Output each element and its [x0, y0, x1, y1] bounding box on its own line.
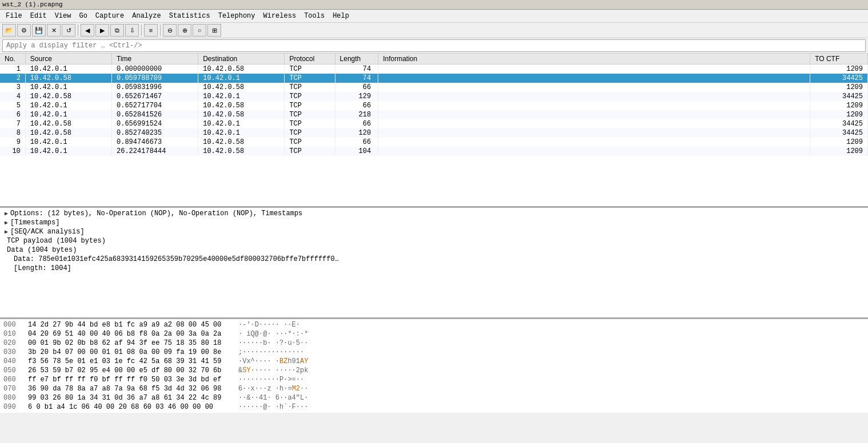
hex-ascii-highlight: M2: [292, 385, 300, 393]
toolbar-zoom-in[interactable]: ⊕: [178, 24, 191, 37]
menu-analyze[interactable]: Analyze: [129, 11, 164, 21]
toolbar-reload[interactable]: ↺: [62, 24, 75, 37]
hex-row[interactable]: 020 00 01 9b 02 0b b8 62 af 94 3f ee 75 …: [2, 339, 866, 348]
cell-info: [378, 119, 810, 128]
packet-list-container[interactable]: No. Source Time Destination Protocol Len…: [0, 54, 868, 208]
toolbar-go-packet[interactable]: ⧉: [110, 24, 124, 37]
filter-input[interactable]: [2, 39, 866, 52]
hex-row[interactable]: 030 3b 20 b4 07 00 00 01 01 08 0a 00 09 …: [2, 348, 866, 357]
cell-proto: TCP: [285, 83, 335, 92]
expand-arrow[interactable]: ▶: [5, 219, 8, 226]
window-title: wst_2 (1).pcapng: [2, 1, 63, 8]
title-bar: wst_2 (1).pcapng: [0, 0, 868, 10]
col-information[interactable]: Information: [378, 54, 810, 65]
cell-dest: 10.42.0.58: [198, 147, 285, 156]
toolbar: 📂 ⚙ 💾 ✕ ↺ ◀ ▶ ⧉ ⇩ ≡ ⊖ ⊕ ○ ⊞: [0, 23, 868, 38]
col-time[interactable]: Time: [112, 54, 198, 65]
detail-item[interactable]: ▶[SEQ/ACK analysis]: [2, 227, 866, 236]
table-row[interactable]: 3 10.42.0.1 0.059831996 10.42.0.58 TCP 6…: [0, 83, 868, 92]
col-protocol[interactable]: Protocol: [285, 54, 335, 65]
hex-panel[interactable]: 000 14 2d 27 9b 44 bd e8 b1 fc a9 a9 a2 …: [0, 319, 868, 413]
table-row[interactable]: 5 10.42.0.1 0.652717704 10.42.0.58 TCP 6…: [0, 101, 868, 110]
menu-edit[interactable]: Edit: [27, 11, 50, 21]
hex-row[interactable]: 050 26 53 59 b7 02 95 e4 00 00 e5 df 80 …: [2, 366, 866, 375]
hex-row[interactable]: 040 f3 56 78 5e 01 e1 03 1e fc 42 5a 68 …: [2, 357, 866, 366]
hex-row[interactable]: 070 36 90 da 78 8a a7 a8 7a 9a 68 f5 3d …: [2, 384, 866, 393]
col-destination[interactable]: Destination: [198, 54, 285, 65]
menu-statistics[interactable]: Statistics: [166, 11, 214, 21]
toolbar-zoom-fit[interactable]: ⊞: [207, 24, 221, 37]
detail-item[interactable]: ▶Options: (12 bytes), No-Operation (NOP)…: [2, 209, 866, 218]
table-row[interactable]: 2 10.42.0.58 0.059788709 10.42.0.1 TCP 7…: [0, 74, 868, 83]
cell-toctf: 1209: [810, 65, 868, 74]
cell-time: 0.059831996: [112, 83, 198, 92]
expand-arrow[interactable]: ▶: [5, 210, 8, 217]
table-row[interactable]: 1 10.42.0.1 0.000000000 10.42.0.58 TCP 7…: [0, 65, 868, 74]
toolbar-back[interactable]: ◀: [81, 24, 94, 37]
hex-bytes: 99 03 26 80 1a 34 31 0d 36 a7 a8 61 34 2…: [28, 394, 234, 402]
table-row[interactable]: 6 10.42.0.1 0.652841526 10.42.0.58 TCP 2…: [0, 110, 868, 119]
hex-offset: 020: [3, 339, 23, 347]
hex-offset: 050: [3, 367, 23, 374]
cell-time: 0.059788709: [112, 74, 198, 83]
hex-row[interactable]: 060 ff e7 bf ff ff f0 bf ff ff f0 50 03 …: [2, 375, 866, 384]
cell-time: 0.652717704: [112, 101, 198, 110]
detail-item[interactable]: Data (1004 bytes): [2, 245, 866, 255]
table-row[interactable]: 7 10.42.0.58 0.656991524 10.42.0.1 TCP 6…: [0, 119, 868, 128]
expand-arrow[interactable]: ▶: [5, 228, 8, 235]
cell-proto: TCP: [285, 119, 335, 128]
cell-dest: 10.42.0.1: [198, 74, 285, 83]
detail-panel[interactable]: ▶Options: (12 bytes), No-Operation (NOP)…: [0, 208, 868, 319]
toolbar-save[interactable]: 💾: [32, 24, 46, 37]
menu-capture[interactable]: Capture: [92, 11, 127, 21]
col-toctf[interactable]: TO CTF: [810, 54, 868, 65]
cell-toctf: 1209: [810, 138, 868, 147]
cell-dest: 10.42.0.58: [198, 110, 285, 119]
cell-info: [378, 110, 810, 119]
menu-wireless[interactable]: Wireless: [260, 11, 300, 21]
hex-offset: 010: [3, 330, 23, 338]
hex-ascii: · iQ@·@· ···*·:·*: [238, 330, 308, 338]
menu-help[interactable]: Help: [329, 11, 353, 21]
toolbar-close[interactable]: ✕: [47, 24, 61, 37]
toolbar-zoom-out[interactable]: ⊖: [163, 24, 177, 37]
table-row[interactable]: 9 10.42.0.1 0.894746673 10.42.0.58 TCP 6…: [0, 138, 868, 147]
toolbar-open[interactable]: 📂: [2, 24, 16, 37]
detail-text: Options: (12 bytes), No-Operation (NOP),…: [10, 210, 302, 218]
col-length[interactable]: Length: [335, 54, 378, 65]
col-source[interactable]: Source: [25, 54, 111, 65]
toolbar-scroll-down[interactable]: ⇩: [125, 24, 139, 37]
cell-proto: TCP: [285, 138, 335, 147]
table-row[interactable]: 8 10.42.0.58 0.852740235 10.42.0.1 TCP 1…: [0, 128, 868, 138]
menu-telephony[interactable]: Telephony: [215, 11, 259, 21]
cell-info: [378, 92, 810, 101]
cell-len: 218: [335, 110, 378, 119]
hex-row[interactable]: 080 99 03 26 80 1a 34 31 0d 36 a7 a8 61 …: [2, 393, 866, 402]
detail-item[interactable]: Data: 785e01e1031efc425a6839314159265359…: [2, 255, 866, 264]
table-row[interactable]: 4 10.42.0.58 0.652671467 10.42.0.1 TCP 1…: [0, 92, 868, 101]
col-no[interactable]: No.: [0, 54, 25, 65]
menu-go[interactable]: Go: [75, 11, 90, 21]
cell-proto: TCP: [285, 147, 335, 156]
menu-file[interactable]: File: [2, 11, 26, 21]
toolbar-forward[interactable]: ▶: [95, 24, 109, 37]
cell-toctf: 1209: [810, 147, 868, 156]
toolbar-list[interactable]: ≡: [144, 24, 158, 37]
hex-row[interactable]: 000 14 2d 27 9b 44 bd e8 b1 fc a9 a9 a2 …: [2, 320, 866, 329]
hex-offset: 080: [3, 394, 23, 402]
menu-tools[interactable]: Tools: [301, 11, 328, 21]
hex-row[interactable]: 090 6 0 b1 a4 1c 06 40 00 20 68 60 03 46…: [2, 402, 866, 412]
table-row[interactable]: 10 10.42.0.1 26.224178444 10.42.0.58 TCP…: [0, 147, 868, 156]
toolbar-settings[interactable]: ⚙: [17, 24, 31, 37]
cell-toctf: 34425: [810, 92, 868, 101]
toolbar-zoom-reset[interactable]: ○: [193, 24, 206, 37]
detail-item[interactable]: ▶[Timestamps]: [2, 218, 866, 227]
hex-row[interactable]: 010 04 20 69 51 40 00 40 06 b8 f8 0a 2a …: [2, 329, 866, 339]
cell-source: 10.42.0.1: [25, 101, 111, 110]
hex-bytes: 26 53 59 b7 02 95 e4 00 00 e5 df 80 00 3…: [28, 367, 234, 374]
menu-view[interactable]: View: [51, 11, 75, 21]
hex-ascii: ·Vx^···· ·BZh91AY: [238, 357, 308, 365]
table-header: No. Source Time Destination Protocol Len…: [0, 54, 868, 65]
detail-item[interactable]: [Length: 1004]: [2, 264, 866, 273]
detail-item[interactable]: TCP payload (1004 bytes): [2, 236, 866, 245]
